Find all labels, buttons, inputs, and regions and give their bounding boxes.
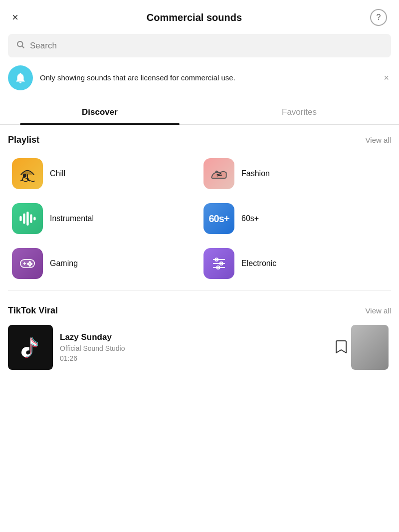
svg-point-18 [29, 265, 30, 266]
chill-label: Chill [50, 169, 65, 178]
bell-icon [14, 71, 27, 84]
song-partial-thumbnail [351, 325, 389, 370]
page-title: Commercial sounds [147, 12, 242, 23]
svg-rect-7 [19, 216, 21, 222]
svg-rect-9 [26, 212, 28, 226]
search-icon [16, 40, 25, 51]
svg-point-15 [29, 262, 30, 263]
fashion-label: Fashion [241, 169, 270, 178]
sixties-label: 60s+ [241, 214, 259, 223]
svg-rect-8 [23, 214, 25, 224]
svg-rect-10 [30, 214, 32, 223]
header: × Commercial sounds ? [0, 0, 399, 34]
playlist-item-fashion[interactable]: Fashion [200, 152, 391, 195]
song-item-partial [351, 325, 391, 370]
fashion-icon [203, 158, 234, 189]
viral-section-header: TikTok Viral View all [0, 295, 399, 323]
song-list: Lazy Sunday Official Sound Studio 01:26 [0, 323, 399, 378]
gaming-label: Gaming [50, 259, 78, 268]
tab-favorites[interactable]: Favorites [200, 100, 399, 124]
playlist-item-chill[interactable]: Chill [8, 152, 200, 195]
search-input[interactable] [30, 41, 383, 51]
close-button[interactable]: × [12, 12, 18, 23]
help-button[interactable]: ? [370, 9, 387, 26]
notice-close-button[interactable]: × [382, 71, 391, 85]
song-title: Lazy Sunday [60, 332, 324, 342]
bookmark-button[interactable] [331, 336, 351, 359]
chill-icon [12, 158, 43, 189]
playlist-section-header: Playlist View all [0, 125, 399, 152]
bookmark-icon [335, 340, 347, 354]
svg-line-1 [22, 46, 23, 47]
tabs-container: Discover Favorites [0, 100, 399, 125]
section-divider [8, 290, 391, 290]
playlist-item-gaming[interactable]: Gaming [8, 242, 200, 285]
electronic-label: Electronic [241, 259, 276, 268]
playlist-section-title: Playlist [8, 135, 39, 145]
svg-point-24 [216, 266, 219, 269]
electronic-icon [203, 248, 234, 279]
playlist-grid: Chill Fashion [0, 152, 399, 285]
song-duration: 01:26 [60, 354, 324, 362]
viral-view-all-button[interactable]: View all [366, 306, 391, 315]
notice-text: Only showing sounds that are licensed fo… [40, 72, 375, 83]
instrumental-icon [12, 203, 43, 234]
sixties-text: 60s+ [208, 213, 229, 225]
playlist-item-electronic[interactable]: Electronic [200, 242, 391, 285]
playlist-item-instrumental[interactable]: Instrumental [8, 197, 200, 240]
search-bar [8, 34, 391, 57]
gaming-icon [12, 248, 43, 279]
song-thumbnail [8, 325, 53, 370]
playlist-view-all-button[interactable]: View all [366, 136, 391, 144]
instrumental-label: Instrumental [50, 214, 94, 223]
svg-point-4 [23, 174, 26, 177]
tiktok-logo-icon [17, 334, 43, 360]
viral-section: TikTok Viral View all Lazy Sunday Offici… [0, 295, 399, 378]
viral-section-title: TikTok Viral [8, 305, 58, 316]
svg-point-23 [220, 262, 223, 265]
svg-rect-11 [33, 217, 35, 221]
svg-point-16 [30, 263, 32, 265]
svg-point-17 [27, 263, 29, 265]
song-artist: Official Sound Studio [60, 344, 324, 352]
sixties-icon: 60s+ [203, 203, 234, 234]
notice-banner: Only showing sounds that are licensed fo… [8, 65, 391, 90]
svg-point-22 [215, 258, 218, 261]
tab-discover[interactable]: Discover [0, 100, 200, 124]
playlist-item-sixties[interactable]: 60s+ 60s+ [200, 197, 391, 240]
notice-icon [8, 65, 33, 90]
song-item-lazy-sunday[interactable]: Lazy Sunday Official Sound Studio 01:26 [8, 325, 351, 370]
song-info: Lazy Sunday Official Sound Studio 01:26 [60, 332, 324, 362]
